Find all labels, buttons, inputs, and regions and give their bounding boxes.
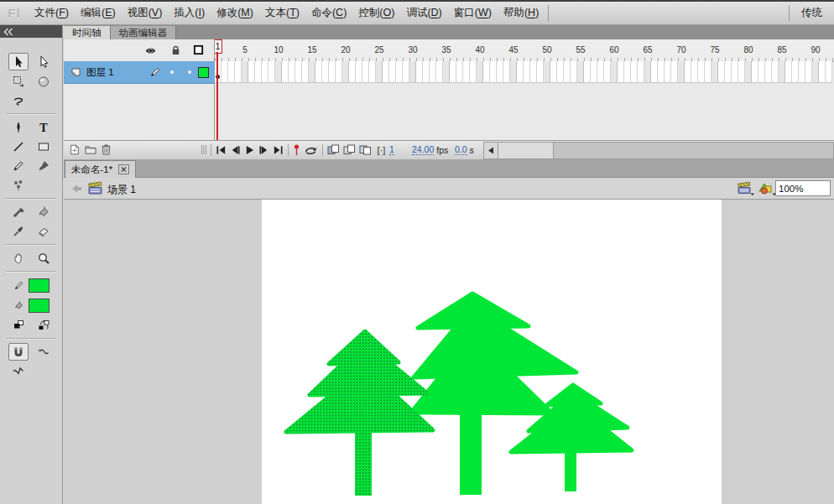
frame-cell[interactable] bbox=[772, 61, 779, 83]
frame-cell[interactable] bbox=[624, 61, 631, 83]
frame-cell[interactable] bbox=[222, 61, 228, 83]
frame-cell[interactable] bbox=[315, 61, 322, 83]
new-folder-button[interactable] bbox=[82, 144, 99, 155]
frame-cell[interactable] bbox=[819, 61, 826, 83]
go-to-first-frame-button[interactable] bbox=[214, 145, 228, 155]
tree-large[interactable] bbox=[411, 294, 576, 495]
frame-cell[interactable] bbox=[235, 61, 242, 83]
frame-cell[interactable] bbox=[322, 61, 329, 83]
frame-cell[interactable] bbox=[430, 61, 436, 83]
frame-cell[interactable] bbox=[812, 61, 819, 83]
frame-cell[interactable] bbox=[463, 61, 470, 83]
frame-cell[interactable] bbox=[685, 61, 691, 83]
step-forward-button[interactable] bbox=[257, 145, 271, 155]
back-arrow-icon[interactable] bbox=[70, 184, 82, 194]
menu-item[interactable]: 插入(I) bbox=[168, 6, 211, 20]
frame-cell[interactable] bbox=[779, 61, 785, 83]
menu-item[interactable]: 控制(O) bbox=[352, 6, 400, 20]
menu-item[interactable]: 帮助(H) bbox=[498, 6, 545, 20]
frame-cell[interactable] bbox=[336, 61, 342, 83]
go-to-last-frame-button[interactable] bbox=[271, 145, 285, 155]
menu-item[interactable]: 视图(V) bbox=[122, 6, 169, 20]
frame-cell[interactable] bbox=[349, 61, 356, 83]
frame-cell[interactable] bbox=[403, 61, 409, 83]
onion-skin-button[interactable] bbox=[326, 144, 341, 155]
frame-cell[interactable] bbox=[242, 61, 248, 83]
frame-cell[interactable] bbox=[738, 61, 745, 83]
deco-tool[interactable] bbox=[8, 176, 29, 194]
play-button[interactable] bbox=[242, 145, 257, 155]
timeline-scrollbar[interactable] bbox=[483, 142, 834, 159]
frame-cell[interactable] bbox=[383, 61, 389, 83]
frame-cell[interactable] bbox=[604, 61, 611, 83]
layer-outline-color-swatch[interactable] bbox=[198, 67, 209, 78]
frame-cell[interactable] bbox=[456, 61, 463, 83]
onion-skin-outlines-button[interactable] bbox=[341, 144, 357, 155]
frame-cell[interactable] bbox=[503, 61, 510, 83]
stage-drawing[interactable] bbox=[262, 200, 722, 504]
hand-tool[interactable] bbox=[8, 249, 29, 267]
edit-symbol-button[interactable] bbox=[757, 181, 777, 196]
delete-layer-button[interactable] bbox=[99, 143, 113, 156]
tools-panel-header[interactable] bbox=[0, 25, 62, 38]
frame-cell[interactable] bbox=[524, 61, 530, 83]
lasso-tool[interactable] bbox=[8, 91, 29, 109]
frame-cell[interactable] bbox=[470, 61, 477, 83]
scene-label[interactable]: 场景 1 bbox=[107, 183, 136, 197]
frame-cell[interactable] bbox=[638, 61, 644, 83]
frame-cell[interactable] bbox=[577, 61, 584, 83]
fill-color-swatch[interactable] bbox=[29, 299, 50, 313]
frame-cell[interactable] bbox=[584, 61, 591, 83]
layer-name[interactable]: 图层 1 bbox=[86, 66, 114, 79]
modify-markers-button[interactable]: [·] bbox=[373, 144, 389, 155]
zoom-level-input[interactable] bbox=[775, 180, 831, 196]
frame-cell[interactable] bbox=[450, 61, 456, 83]
text-tool[interactable]: T bbox=[34, 118, 54, 136]
frame-cell[interactable] bbox=[765, 61, 772, 83]
frame-cell[interactable] bbox=[597, 61, 604, 83]
frame-cell[interactable] bbox=[248, 61, 255, 83]
frame-cell[interactable] bbox=[262, 61, 268, 83]
straighten-button[interactable] bbox=[8, 362, 29, 380]
center-frame-marker-icon[interactable] bbox=[291, 143, 302, 156]
line-tool[interactable] bbox=[8, 138, 29, 155]
outline-all-layers-icon[interactable] bbox=[193, 44, 204, 55]
current-frame-value[interactable]: 1 bbox=[389, 144, 394, 155]
menu-item[interactable]: 编辑(E) bbox=[75, 6, 122, 20]
new-layer-button[interactable] bbox=[67, 143, 82, 156]
frame-cell[interactable] bbox=[275, 61, 282, 83]
frame-cell[interactable] bbox=[389, 61, 396, 83]
frame-cell[interactable] bbox=[826, 61, 832, 83]
panel-grip[interactable] bbox=[201, 144, 208, 155]
fill-color-swatch[interactable] bbox=[0, 295, 62, 315]
paint-bucket-tool[interactable] bbox=[34, 203, 54, 221]
workspace-switcher[interactable]: 传统 bbox=[793, 6, 834, 20]
pen-tool[interactable] bbox=[8, 118, 29, 136]
frame-cell[interactable] bbox=[571, 61, 577, 83]
bone-tool[interactable] bbox=[8, 203, 29, 221]
frame-cell[interactable] bbox=[799, 61, 805, 83]
frame-cell[interactable] bbox=[658, 61, 665, 83]
frame-cell[interactable] bbox=[758, 61, 765, 83]
frame-cell[interactable] bbox=[436, 61, 443, 83]
frame-cell[interactable] bbox=[805, 61, 812, 83]
frame-cell[interactable] bbox=[618, 61, 624, 83]
frame-cell[interactable] bbox=[396, 61, 403, 83]
step-back-button[interactable] bbox=[228, 145, 242, 155]
layer-row[interactable]: 图层 1 bbox=[64, 61, 215, 84]
frame-cell[interactable] bbox=[611, 61, 618, 83]
stroke-color-swatch[interactable] bbox=[0, 275, 62, 295]
scrollbar-thumb[interactable] bbox=[498, 143, 554, 158]
black-white-button[interactable] bbox=[8, 316, 29, 334]
frame-rate-value[interactable]: 24.00 bbox=[412, 144, 434, 155]
frame-cell[interactable] bbox=[342, 61, 349, 83]
layer-visibility-dot[interactable] bbox=[170, 70, 174, 74]
frame-cell[interactable] bbox=[443, 61, 450, 83]
menu-item[interactable]: 命令(C) bbox=[305, 6, 352, 20]
elapsed-time-value[interactable]: 0.0 bbox=[455, 144, 467, 155]
menu-item[interactable]: 窗口(W) bbox=[448, 6, 498, 20]
frame-cell[interactable] bbox=[550, 61, 557, 83]
frame-cell[interactable] bbox=[665, 61, 671, 83]
timeline-ruler[interactable]: 1 51015202530354045505560657075808590 bbox=[215, 39, 834, 62]
frame-cell[interactable] bbox=[268, 61, 275, 83]
